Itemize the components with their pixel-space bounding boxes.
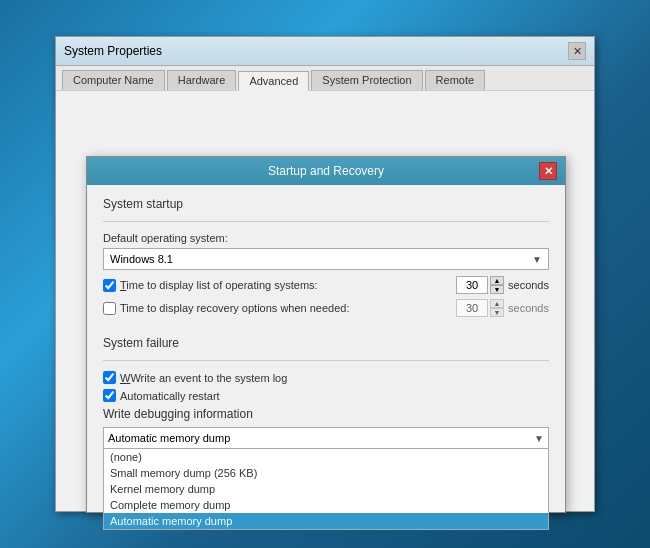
- debugging-info-section: Write debugging information Automatic me…: [103, 407, 549, 449]
- close-icon: ✕: [544, 165, 553, 178]
- tab-remote[interactable]: Remote: [425, 70, 486, 90]
- startup-recovery-title: Startup and Recovery: [113, 164, 539, 178]
- display-list-label: Time to display list of operating system…: [120, 279, 318, 291]
- dropdown-option-automatic[interactable]: Automatic memory dump: [104, 513, 548, 529]
- debugging-selected-value: Automatic memory dump: [108, 432, 230, 444]
- dropdown-option-complete[interactable]: Complete memory dump: [104, 497, 548, 513]
- default-os-label: Default operating system:: [103, 232, 549, 244]
- display-recovery-unit: seconds: [508, 302, 549, 314]
- system-startup-section: System startup Default operating system:…: [103, 197, 549, 317]
- system-properties-titlebar: System Properties ✕: [56, 37, 594, 66]
- chevron-down-icon: ▼: [534, 433, 544, 444]
- system-startup-label: System startup: [103, 197, 549, 211]
- debugging-info-label: Write debugging information: [103, 407, 549, 421]
- write-event-label: WWrite an event to the system log: [120, 372, 287, 384]
- debugging-dropdown-list: (none) Small memory dump (256 KB) Kernel…: [103, 449, 549, 530]
- chevron-down-icon: ▼: [532, 254, 542, 265]
- tab-hardware[interactable]: Hardware: [167, 70, 237, 90]
- startup-recovery-content: System startup Default operating system:…: [87, 185, 565, 461]
- startup-recovery-dialog: Startup and Recovery ✕ System startup De…: [86, 156, 566, 513]
- tab-computer-name[interactable]: Computer Name: [62, 70, 165, 90]
- write-event-row: WWrite an event to the system log: [103, 371, 549, 384]
- dropdown-option-small[interactable]: Small memory dump (256 KB): [104, 465, 548, 481]
- display-list-row: Time to display list of operating system…: [103, 276, 549, 294]
- system-properties-window: System Properties ✕ Computer Name Hardwa…: [55, 36, 595, 512]
- auto-restart-row: Automatically restart: [103, 389, 549, 402]
- display-list-spinner: ▲ ▼: [490, 276, 504, 294]
- write-event-checkbox[interactable]: [103, 371, 116, 384]
- display-list-unit: seconds: [508, 279, 549, 291]
- dropdown-option-kernel[interactable]: Kernel memory dump: [104, 481, 548, 497]
- display-recovery-value-input[interactable]: [456, 299, 488, 317]
- display-recovery-spinner: ▲ ▼: [490, 299, 504, 317]
- startup-recovery-close-button[interactable]: ✕: [539, 162, 557, 180]
- system-failure-label: System failure: [103, 336, 549, 350]
- debugging-dropdown[interactable]: Automatic memory dump ▼: [103, 427, 549, 449]
- auto-restart-checkbox[interactable]: [103, 389, 116, 402]
- default-os-row: Windows 8.1 ▼: [103, 248, 549, 270]
- spinner-down-icon[interactable]: ▼: [490, 308, 504, 317]
- display-recovery-label: Time to display recovery options when ne…: [120, 302, 350, 314]
- spinner-down-icon[interactable]: ▼: [490, 285, 504, 294]
- default-os-dropdown[interactable]: Windows 8.1 ▼: [103, 248, 549, 270]
- display-recovery-checkbox[interactable]: [103, 302, 116, 315]
- default-os-value: Windows 8.1: [110, 253, 173, 265]
- system-failure-section: System failure WWrite an event to the sy…: [103, 336, 549, 402]
- system-properties-tabs: Computer Name Hardware Advanced System P…: [56, 66, 594, 91]
- tab-system-protection[interactable]: System Protection: [311, 70, 422, 90]
- spinner-up-icon[interactable]: ▲: [490, 299, 504, 308]
- auto-restart-label: Automatically restart: [120, 390, 220, 402]
- system-properties-title: System Properties: [64, 44, 162, 58]
- tab-advanced[interactable]: Advanced: [238, 71, 309, 91]
- system-properties-body: Startup and Recovery ✕ System startup De…: [56, 91, 594, 511]
- debugging-dropdown-container: Automatic memory dump ▼ (none) Small mem…: [103, 427, 549, 449]
- startup-recovery-titlebar: Startup and Recovery ✕: [87, 157, 565, 185]
- close-icon: ✕: [573, 45, 582, 58]
- display-list-value-input[interactable]: [456, 276, 488, 294]
- display-list-checkbox[interactable]: [103, 279, 116, 292]
- dropdown-option-none[interactable]: (none): [104, 449, 548, 465]
- display-recovery-row: Time to display recovery options when ne…: [103, 299, 549, 317]
- system-properties-close-button[interactable]: ✕: [568, 42, 586, 60]
- spinner-up-icon[interactable]: ▲: [490, 276, 504, 285]
